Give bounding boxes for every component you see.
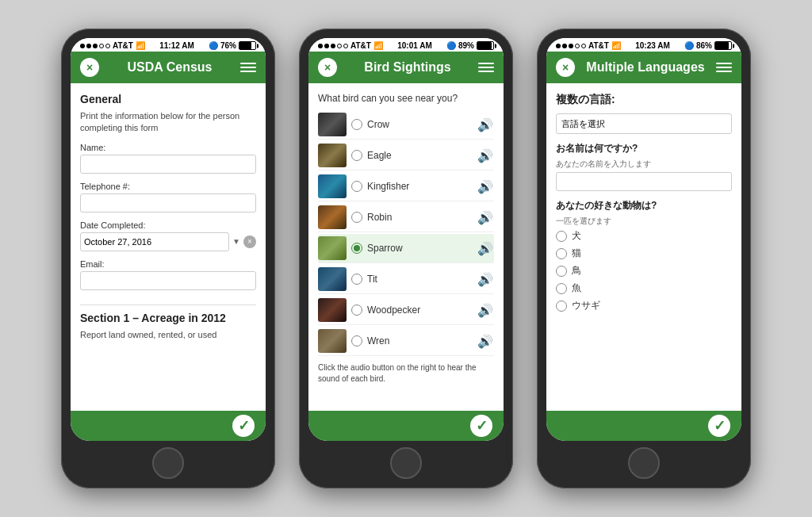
date-clear-button[interactable]: × [243, 236, 256, 248]
home-button-3[interactable] [628, 447, 660, 479]
bird-name-woodpecker: Woodpecker [367, 304, 472, 316]
status-left-2: AT&T 📶 [318, 41, 383, 50]
home-button-1[interactable] [152, 447, 184, 479]
carrier-2: AT&T [350, 41, 371, 50]
name-input[interactable] [80, 155, 256, 174]
signal-1 [80, 44, 110, 48]
bluetooth-icon-3: 🔵 [684, 41, 694, 50]
status-bar-3: AT&T 📶 10:23 AM 🔵 86% [546, 38, 741, 52]
menu-button-2[interactable] [478, 63, 494, 72]
bird-row[interactable]: Woodpecker🔊 [318, 296, 494, 325]
wifi-icon-1: 📶 [136, 41, 145, 50]
bird-radio-woodpecker[interactable] [351, 304, 362, 316]
bird-row[interactable]: Wren🔊 [318, 327, 494, 356]
bird-row[interactable]: Tit🔊 [318, 265, 494, 294]
carrier-3: AT&T [588, 41, 609, 50]
audio-button-tit[interactable]: 🔊 [477, 270, 494, 288]
battery-label-1: 76% [220, 41, 236, 50]
bird-question: What bird can you see near you? [318, 93, 494, 104]
dot2-2 [324, 44, 329, 48]
email-input[interactable] [80, 271, 256, 290]
bird-radio-wren[interactable] [351, 335, 362, 347]
bird-thumb-sparrow [318, 236, 347, 260]
bird-thumb-kingfisher [318, 174, 347, 198]
bird-list: Crow🔊Eagle🔊Kingfisher🔊Robin🔊Sparrow🔊Tit🔊… [318, 110, 494, 356]
audio-button-kingfisher[interactable]: 🔊 [477, 178, 494, 195]
menu-button-1[interactable] [240, 63, 256, 72]
check-button-1[interactable]: ✓ [232, 415, 255, 437]
status-right-1: 🔵 76% [209, 41, 256, 50]
bird-radio-kingfisher[interactable] [351, 181, 362, 192]
audio-button-woodpecker[interactable]: 🔊 [477, 301, 494, 319]
language-select[interactable]: 言語を選択 [556, 113, 732, 134]
bird-radio-eagle[interactable] [351, 150, 362, 161]
date-select[interactable]: October 27, 2016 [80, 232, 229, 251]
animal-option[interactable]: ウサギ [556, 299, 732, 312]
animal-hint: 一匹を選びます [556, 216, 732, 227]
animal-radio-0[interactable] [556, 231, 567, 242]
animal-option[interactable]: 魚 [556, 281, 732, 295]
phone-1-screen: AT&T 📶 11:12 AM 🔵 76% × USDA Census [71, 38, 266, 441]
telephone-label: Telephone #: [80, 182, 256, 191]
lang-name-input[interactable] [556, 172, 732, 191]
dot4 [99, 44, 104, 48]
time-3: 10:23 AM [635, 41, 670, 50]
content-3: 複数の言語: 言語を選択 お名前は何ですか? あなたの名前を入力します あなたの… [546, 83, 741, 411]
bird-name-sparrow: Sparrow [367, 243, 472, 254]
bird-thumb-eagle [318, 144, 347, 167]
divider-1 [80, 304, 256, 305]
close-button-3[interactable]: × [556, 58, 575, 77]
animal-radio-2[interactable] [556, 266, 567, 277]
bird-thumb-wren [318, 329, 347, 353]
section-text-1: Print the information below for the pers… [80, 110, 256, 135]
bird-radio-tit[interactable] [351, 274, 362, 285]
dot3-2 [562, 44, 567, 48]
footer-2: ✓ [308, 411, 504, 441]
audio-button-eagle[interactable]: 🔊 [477, 147, 494, 164]
animal-option[interactable]: 犬 [556, 229, 732, 243]
check-button-2[interactable]: ✓ [470, 415, 492, 437]
animal-option[interactable]: 鳥 [556, 264, 732, 278]
bird-thumb-tit [318, 267, 347, 291]
battery-3 [714, 41, 732, 50]
menu-bar2-1 [478, 63, 494, 64]
close-button-2[interactable]: × [318, 58, 337, 77]
check-button-3[interactable]: ✓ [708, 415, 730, 437]
bird-row[interactable]: Kingfisher🔊 [318, 172, 494, 201]
close-button-1[interactable]: × [80, 58, 99, 77]
animal-label-3: 魚 [572, 281, 581, 295]
bird-row[interactable]: Robin🔊 [318, 203, 494, 232]
header-title-1: USDA Census [99, 60, 240, 75]
bird-name-eagle: Eagle [367, 150, 472, 161]
bird-name-robin: Robin [367, 212, 472, 223]
dot2-1 [318, 44, 323, 48]
audio-button-crow[interactable]: 🔊 [477, 116, 494, 133]
bird-row[interactable]: Crow🔊 [318, 110, 494, 140]
email-label: Email: [80, 259, 256, 269]
audio-button-sparrow[interactable]: 🔊 [477, 239, 494, 257]
battery-fill-1 [239, 42, 251, 49]
content-2: What bird can you see near you? Crow🔊Eag… [308, 83, 504, 411]
battery-fill-3 [715, 42, 729, 49]
bird-radio-robin[interactable] [351, 212, 362, 223]
bird-row[interactable]: Eagle🔊 [318, 141, 494, 170]
content-1: General Print the information below for … [71, 83, 266, 411]
status-bar-2: AT&T 📶 10:01 AM 🔵 89% [308, 38, 504, 52]
home-button-2[interactable] [390, 447, 422, 479]
app-header-2: × Bird Sightings [308, 52, 504, 83]
dot3-3 [569, 44, 573, 48]
bird-radio-sparrow[interactable] [351, 243, 362, 254]
animal-label-0: 犬 [572, 229, 581, 243]
menu-button-3[interactable] [716, 63, 732, 72]
bird-row[interactable]: Sparrow🔊 [318, 234, 494, 263]
animal-radio-3[interactable] [556, 283, 567, 294]
telephone-input[interactable] [80, 193, 256, 213]
audio-button-robin[interactable]: 🔊 [477, 209, 494, 226]
animal-radio-1[interactable] [556, 248, 567, 259]
phone-3-screen: AT&T 📶 10:23 AM 🔵 86% × Multiple Languag… [546, 38, 741, 441]
bird-radio-crow[interactable] [351, 119, 362, 130]
audio-button-wren[interactable]: 🔊 [477, 332, 494, 350]
animal-option[interactable]: 猫 [556, 247, 732, 260]
animal-radio-4[interactable] [556, 301, 567, 312]
phone-3: AT&T 📶 10:23 AM 🔵 86% × Multiple Languag… [537, 29, 751, 488]
